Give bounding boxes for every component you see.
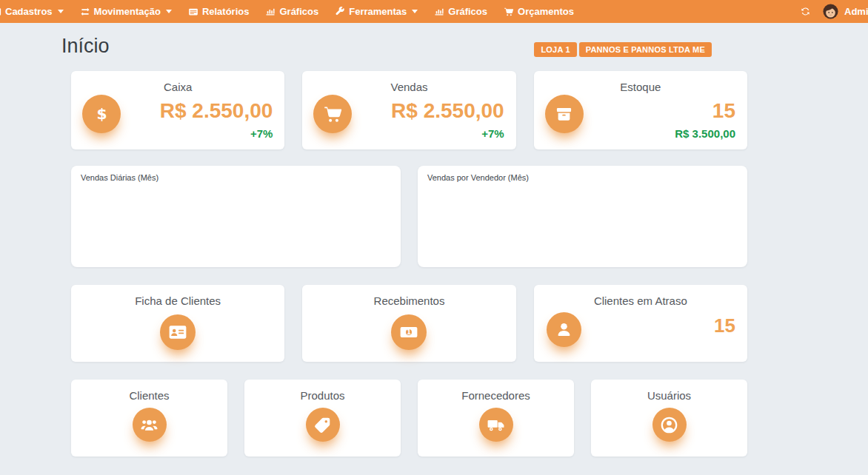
nav-right: Administrador	[800, 0, 868, 23]
action-row: Ficha de Clientes Recebimentos 1 Cliente…	[71, 285, 747, 362]
action-card-clientes-em-atraso[interactable]: Clientes em Atraso 15	[534, 285, 747, 362]
chart-title: Vendas Diárias (Mês)	[81, 173, 158, 182]
shortcut-card-title: Fornecedores	[418, 380, 574, 402]
shortcut-row: Clientes Produtos Fornecedores Usuários	[71, 380, 747, 457]
action-card-title: Clientes em Atraso	[534, 285, 747, 307]
nav-item-label: Ferramentas	[349, 6, 407, 17]
shortcut-card-title: Produtos	[244, 380, 401, 402]
stat-row: Caixa $ R$ 2.550,00 +7% Vendas R$ 2.550,…	[71, 71, 747, 149]
dollar-sign-icon: $	[82, 95, 121, 133]
store-badge-loja[interactable]: LOJA 1	[534, 42, 576, 57]
chart-panel-vendas-diarias: Vendas Diárias (Mês)	[71, 166, 401, 267]
users-icon	[133, 408, 167, 442]
caret-down-icon	[166, 10, 172, 16]
nav-item-label: Relatórios	[202, 6, 250, 17]
stat-card-estoque: Estoque 15 R$ 3.500,00	[534, 71, 747, 149]
action-card-value: 15	[714, 314, 735, 337]
nav-item-label: Orçamentos	[518, 6, 574, 17]
nav-item-label: Cadastros	[5, 6, 53, 17]
user-icon	[547, 312, 581, 347]
page-title: Início	[61, 35, 110, 58]
user-menu[interactable]: Administrador	[823, 4, 868, 19]
nav-item-cadastros[interactable]: Cadastros	[0, 6, 64, 17]
caret-down-icon	[412, 10, 418, 16]
shortcut-card-fornecedores[interactable]: Fornecedores	[418, 380, 574, 457]
truck-icon	[479, 408, 513, 442]
stat-card-caixa: Caixa $ R$ 2.550,00 +7%	[71, 71, 284, 149]
action-card-title: Recebimentos	[302, 285, 515, 307]
nav-item-label: Movimentação	[94, 6, 161, 17]
nav-item-movimentacao[interactable]: Movimentação	[80, 6, 172, 17]
stat-card-title: Caixa	[71, 71, 284, 93]
refresh-icon[interactable]	[800, 6, 811, 17]
action-card-ficha-de-clientes[interactable]: Ficha de Clientes	[71, 285, 284, 362]
stat-card-trend: +7%	[481, 127, 504, 140]
money-bill-icon: 1	[391, 314, 427, 350]
nav-item-graficos-1[interactable]: Gráficos	[265, 6, 318, 17]
stat-card-trend: +7%	[250, 127, 273, 140]
nav-item-graficos-2[interactable]: Gráficos	[434, 6, 487, 17]
nav-menu: Cadastros Movimentação Relatórios Gráfic…	[0, 0, 590, 23]
chart-title: Vendas por Vendedor (Mês)	[427, 173, 529, 182]
avatar	[823, 4, 838, 19]
page-header: Início LOJA 1 PANNOS E PANNOS LTDA ME	[71, 23, 747, 71]
wrench-icon	[335, 7, 345, 17]
svg-text:$: $	[96, 105, 107, 123]
action-card-title: Ficha de Clientes	[71, 285, 284, 307]
top-navbar: Cadastros Movimentação Relatórios Gráfic…	[0, 0, 868, 23]
nav-item-orcamentos[interactable]: Orçamentos	[504, 6, 574, 17]
shortcut-card-usuarios[interactable]: Usuários	[591, 380, 747, 457]
chart-panel-vendas-por-vendedor: Vendas por Vendedor (Mês)	[418, 166, 747, 267]
stat-card-value: 15	[712, 99, 735, 123]
user-label: Administrador	[844, 6, 868, 17]
bar-chart-icon	[265, 7, 276, 17]
store-badge-company[interactable]: PANNOS E PANNOS LTDA ME	[579, 42, 712, 57]
stat-card-vendas: Vendas R$ 2.550,00 +7%	[302, 71, 515, 149]
store-badges: LOJA 1 PANNOS E PANNOS LTDA ME	[534, 42, 712, 57]
box-icon	[545, 95, 584, 133]
report-icon	[188, 7, 198, 17]
shopping-cart-icon	[313, 95, 352, 133]
id-card-icon	[160, 314, 196, 350]
exchange-icon	[80, 7, 90, 17]
shortcut-card-produtos[interactable]: Produtos	[244, 380, 401, 457]
stat-card-value: R$ 2.550,00	[391, 99, 504, 123]
nav-item-relatorios[interactable]: Relatórios	[188, 6, 250, 17]
shortcut-card-clientes[interactable]: Clientes	[71, 380, 227, 457]
shortcut-card-title: Clientes	[71, 380, 227, 402]
nav-item-label: Gráficos	[448, 6, 487, 17]
svg-text:1: 1	[407, 329, 411, 336]
caret-down-icon	[58, 10, 64, 16]
stat-card-title: Estoque	[534, 71, 747, 93]
tag-icon	[306, 408, 340, 442]
nav-item-ferramentas[interactable]: Ferramentas	[335, 6, 418, 17]
bar-chart-icon	[434, 7, 444, 17]
user-circle-icon	[652, 408, 687, 442]
shopping-cart-icon	[504, 7, 514, 17]
stat-card-value: R$ 2.550,00	[160, 99, 273, 123]
stat-card-amount: R$ 3.500,00	[675, 127, 735, 140]
chart-row: Vendas Diárias (Mês) Vendas por Vendedor…	[71, 166, 747, 267]
nav-item-label: Gráficos	[279, 6, 318, 17]
shortcut-card-title: Usuários	[591, 380, 747, 402]
stat-card-title: Vendas	[302, 71, 515, 93]
action-card-recebimentos[interactable]: Recebimentos 1	[302, 285, 515, 362]
id-card-icon	[0, 7, 1, 17]
